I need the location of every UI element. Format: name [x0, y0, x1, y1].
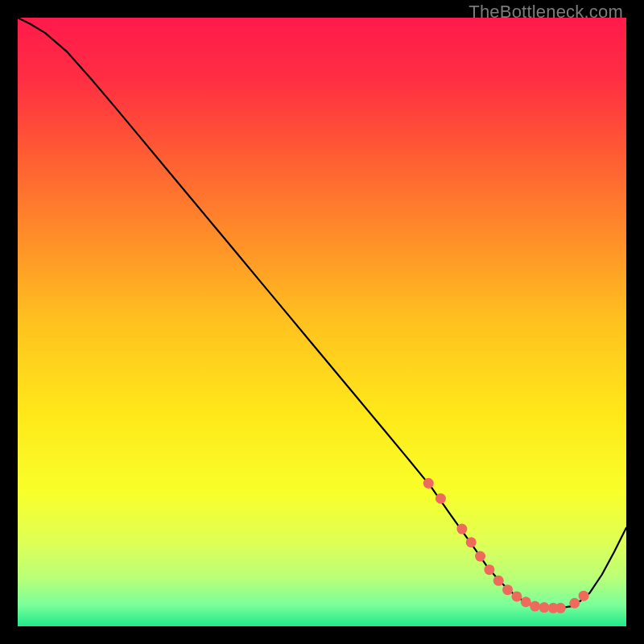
- marker-dot: [436, 493, 446, 504]
- marker-dot: [493, 576, 504, 586]
- marker-dot: [530, 601, 540, 612]
- marker-dot: [511, 591, 522, 601]
- marker-dot: [502, 584, 513, 595]
- chart-frame: [18, 18, 626, 626]
- marker-dot: [555, 603, 566, 613]
- marker-dot: [539, 602, 549, 613]
- marker-dot: [579, 591, 589, 601]
- marker-dot: [475, 551, 485, 562]
- marker-dot: [484, 564, 494, 575]
- marker-dot: [423, 478, 434, 489]
- marker-dot: [466, 537, 477, 547]
- chart-svg: [18, 18, 626, 626]
- marker-dot: [521, 597, 531, 607]
- marker-dot: [456, 524, 467, 535]
- marker-dot: [569, 598, 580, 609]
- gradient-background: [18, 18, 626, 626]
